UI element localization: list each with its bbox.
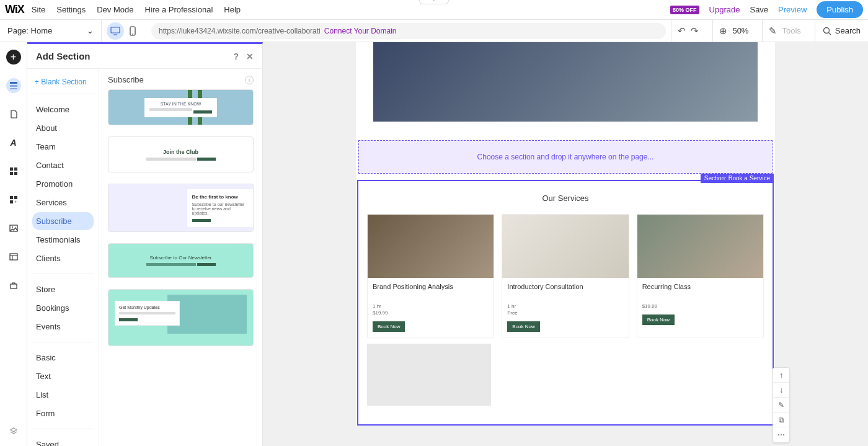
cat-events[interactable]: Events — [32, 318, 94, 336]
cat-team[interactable]: Team — [32, 138, 94, 156]
edit-icon[interactable]: ✎ — [773, 398, 789, 413]
connect-domain-link[interactable]: Connect Your Domain — [324, 27, 397, 35]
pages-icon[interactable] — [6, 107, 21, 122]
svg-rect-22 — [11, 284, 17, 288]
add-section-panel: Add Section ? ✕ + Blank Section Welcome … — [27, 42, 263, 446]
service-card[interactable]: Introductory Consultation 1 hrFree Book … — [502, 214, 629, 337]
cat-testimonials[interactable]: Testimonials — [32, 231, 94, 249]
svg-rect-15 — [10, 200, 13, 203]
save-button[interactable]: Save — [750, 5, 768, 14]
cat-welcome[interactable]: Welcome — [32, 100, 94, 118]
cat-store[interactable]: Store — [32, 280, 94, 298]
top-menu: Site Settings Dev Mode Hire a Profession… — [32, 5, 241, 14]
menu-hire[interactable]: Hire a Professional — [144, 5, 213, 14]
add-icon[interactable]: + — [6, 50, 21, 65]
sections-icon[interactable] — [6, 78, 21, 93]
tools-icon: ✎ — [769, 25, 777, 37]
business-icon[interactable] — [6, 278, 21, 293]
cat-about[interactable]: About — [32, 119, 94, 137]
service-card[interactable]: Recurring Class $19.99 Book Now — [637, 214, 764, 337]
duplicate-icon[interactable]: ⧉ — [773, 413, 789, 427]
section-header: Subscribe — [108, 75, 144, 84]
svg-rect-19 — [10, 254, 17, 260]
thumb-subscribe-4[interactable]: Subscribe to Our Newsletter — [108, 243, 254, 278]
section-dropzone[interactable]: Choose a section and drop it anywhere on… — [358, 140, 773, 174]
top-collapse-handle[interactable]: ⌃ — [419, 0, 449, 4]
addons-icon[interactable]: + — [6, 192, 21, 207]
cat-list[interactable]: List — [32, 386, 94, 404]
upgrade-link[interactable]: Upgrade — [709, 5, 740, 14]
move-down-icon[interactable]: ↓ — [773, 383, 789, 398]
chevron-down-icon: ⌄ — [87, 26, 94, 35]
zoom-icon[interactable]: ⊕ — [719, 25, 727, 37]
page-stage[interactable]: Choose a section and drop it anywhere on… — [356, 42, 775, 426]
svg-text:+: + — [14, 199, 17, 204]
info-icon[interactable]: i — [245, 76, 254, 84]
editor-canvas[interactable]: Choose a section and drop it anywhere on… — [263, 42, 868, 446]
svg-point-3 — [132, 33, 133, 35]
cat-clients[interactable]: Clients — [32, 249, 94, 267]
menu-devmode[interactable]: Dev Mode — [97, 5, 133, 14]
thumb-subscribe-3[interactable]: Be the first to knowSubscribe to our new… — [108, 184, 254, 232]
service-title: Recurring Class — [642, 283, 758, 290]
section-float-controls: ↑ ↓ ✎ ⧉ ⋯ — [773, 367, 790, 443]
thumb-subscribe-1[interactable]: STAY IN THE KNOW — [108, 89, 254, 125]
cat-basic[interactable]: Basic — [32, 349, 94, 367]
menu-site[interactable]: Site — [32, 5, 45, 14]
device-toggle — [102, 20, 146, 42]
cat-promotion[interactable]: Promotion — [32, 175, 94, 193]
svg-rect-10 — [14, 167, 17, 171]
url-bar[interactable]: https://luke43424.wixsite.com/creative-c… — [151, 23, 666, 39]
cat-subscribe[interactable]: Subscribe — [32, 212, 94, 230]
thumb-subscribe-5[interactable]: Get Monthly Updates — [108, 289, 254, 346]
desktop-icon[interactable] — [107, 22, 124, 40]
mobile-icon[interactable] — [124, 22, 141, 40]
redo-icon[interactable]: ↷ — [691, 25, 699, 37]
apps-icon[interactable] — [6, 164, 21, 179]
zoom-level[interactable]: 50% — [732, 26, 748, 35]
cms-icon[interactable] — [6, 249, 21, 264]
theme-icon[interactable]: A — [6, 135, 21, 150]
service-title: Introductory Consultation — [507, 283, 623, 290]
move-up-icon[interactable]: ↑ — [773, 368, 789, 383]
service-price: Free — [507, 310, 623, 316]
thumb-sub: Subscribe to our newsletter to receive n… — [192, 202, 245, 215]
wix-logo[interactable]: WiX — [5, 3, 24, 16]
thumb-label: Be the first to know — [192, 194, 248, 200]
cat-bookings[interactable]: Bookings — [32, 299, 94, 317]
media-icon[interactable] — [6, 221, 21, 236]
book-now-button[interactable]: Book Now — [373, 321, 405, 332]
discount-badge: 50% OFF — [670, 6, 699, 14]
page-label: Page: Home — [7, 26, 52, 35]
cat-form[interactable]: Form — [32, 404, 94, 422]
panel-thumbnails: Subscribe i STAY IN THE KNOW Join the Cl… — [99, 69, 262, 446]
preview-button[interactable]: Preview — [778, 5, 807, 14]
cat-services[interactable]: Services — [32, 194, 94, 212]
more-icon[interactable]: ⋯ — [773, 427, 789, 442]
empty-service-slot[interactable] — [367, 344, 491, 406]
cat-saved[interactable]: Saved sections — [32, 435, 94, 446]
tools-label: Tools — [782, 26, 800, 35]
page-selector[interactable]: Page: Home ⌄ — [0, 20, 102, 42]
blank-section-button[interactable]: + Blank Section — [32, 75, 94, 94]
cat-contact[interactable]: Contact — [32, 156, 94, 174]
publish-button[interactable]: Publish — [817, 1, 863, 18]
layers-icon[interactable] — [6, 424, 21, 439]
help-icon[interactable]: ? — [233, 51, 239, 61]
service-card[interactable]: Brand Positioning Analysis 1 hr$19.99 Bo… — [367, 214, 494, 337]
top-right: 50% OFF Upgrade Save Preview Publish — [670, 1, 863, 18]
thumb-subscribe-2[interactable]: Join the Club — [108, 136, 254, 172]
left-rail: + A + — [0, 42, 27, 446]
book-now-button[interactable]: Book Now — [642, 314, 675, 325]
close-icon[interactable]: ✕ — [246, 51, 254, 61]
service-cards: Brand Positioning Analysis 1 hr$19.99 Bo… — [367, 214, 764, 337]
cat-text[interactable]: Text — [32, 367, 94, 385]
service-image — [502, 215, 628, 278]
hero-image[interactable] — [373, 42, 758, 122]
book-now-button[interactable]: Book Now — [507, 321, 539, 332]
menu-help[interactable]: Help — [224, 5, 241, 14]
services-section[interactable]: Our Services Brand Positioning Analysis … — [357, 180, 774, 426]
menu-settings[interactable]: Settings — [56, 5, 86, 14]
undo-icon[interactable]: ↶ — [678, 25, 686, 37]
search-button[interactable]: Search — [815, 20, 868, 42]
